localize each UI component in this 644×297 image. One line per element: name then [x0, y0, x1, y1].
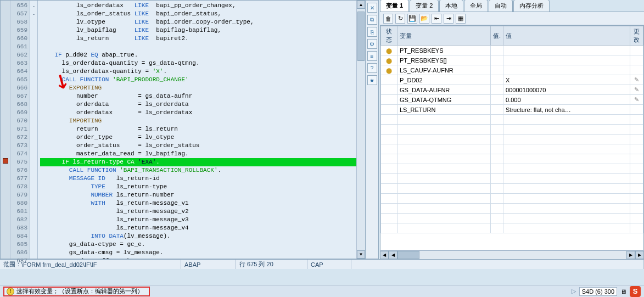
code-line[interactable]: NUMBER ls_return-number: [40, 191, 356, 199]
code-line[interactable]: lv_otype LIKE bapi_order_copy-order_type…: [40, 18, 356, 26]
h-scroll-track[interactable]: [397, 251, 626, 259]
nav-prev-icon[interactable]: ⇤: [432, 14, 441, 24]
split-icon[interactable]: ⎘: [367, 27, 377, 37]
variable-name[interactable]: PT_RESBKEYS[]: [397, 55, 491, 65]
code-line[interactable]: ls_return-message_v4: [40, 224, 356, 232]
variable-tab[interactable]: 变量 1: [380, 0, 409, 12]
edit-icon[interactable]: ✎: [634, 96, 639, 103]
code-line[interactable]: IF p_dd02 EQ abap_true.: [40, 51, 356, 59]
scroll-thumb[interactable]: [357, 12, 365, 61]
code-line[interactable]: orderdatax = ls_orderdatax: [40, 109, 356, 117]
save-icon[interactable]: 💾: [407, 14, 417, 24]
variable-name[interactable]: GS_DATA-AUFNR: [397, 85, 491, 95]
variable-name[interactable]: GS_DATA-QTMNG: [397, 95, 491, 105]
variable-value[interactable]: [503, 55, 630, 65]
code-line[interactable]: CALL FUNCTION 'BAPI_TRANSACTION_ROLLBACK…: [40, 166, 356, 175]
variable-row[interactable]: GS_DATA-QTMNG0.000✎: [381, 95, 643, 105]
close-icon[interactable]: ✕: [367, 3, 377, 13]
variable-name[interactable]: LS_CAUFV-AUFNR: [397, 65, 491, 75]
variable-row[interactable]: LS_RETURNStructure: flat, not cha…: [381, 105, 643, 115]
list-icon[interactable]: ≡: [367, 51, 377, 61]
nav-triangle-icon[interactable]: ▷: [572, 288, 576, 295]
code-line[interactable]: EXPORTING: [40, 84, 356, 92]
h-scroll-right[interactable]: ▶: [626, 251, 635, 259]
fold-gutter[interactable]: --: [30, 1, 38, 259]
delete-icon[interactable]: 🗑: [383, 14, 393, 24]
settings-icon[interactable]: ⚙: [367, 39, 377, 49]
h-scroll-thumb[interactable]: [397, 251, 419, 259]
open-icon[interactable]: 📂: [419, 14, 429, 24]
variable-tab[interactable]: 内存分析: [513, 0, 550, 12]
code-line[interactable]: gs_data-sffc = abap_true.: [40, 257, 356, 259]
code-line[interactable]: gs_data-ctype = gc_e.: [40, 240, 356, 249]
code-line[interactable]: TYPE ls_return-type: [40, 183, 356, 191]
h-scroll-left[interactable]: ◀: [380, 251, 389, 259]
code-line[interactable]: master_data_read = lv_bapiflag.: [40, 150, 356, 158]
variable-value[interactable]: [503, 65, 630, 75]
variable-row[interactable]: ⬤LS_CAUFV-AUFNR: [381, 65, 643, 75]
code-line[interactable]: ls_return-message_v2: [40, 208, 356, 216]
help-icon[interactable]: ?: [367, 63, 377, 73]
code-area[interactable]: ↘ ls_orderdatax LIKE bapi_pp_order_chang…: [38, 1, 356, 259]
variable-value[interactable]: 0.000: [503, 95, 630, 105]
code-line[interactable]: return = ls_return: [40, 125, 356, 133]
variable-name[interactable]: PT_RESBKEYS: [397, 46, 491, 55]
edit-icon[interactable]: ✎: [634, 76, 639, 83]
col-header-status[interactable]: 状态: [381, 26, 397, 46]
editor-vertical-scrollbar[interactable]: ▲ ▼: [356, 1, 365, 259]
col-header-value[interactable]: 值: [503, 26, 630, 46]
code-line[interactable]: [40, 43, 356, 51]
code-line[interactable]: WITH ls_return-message_v1: [40, 199, 356, 208]
code-line[interactable]: ls_orderdatax-quantity = 'X'.: [40, 68, 356, 76]
code-line[interactable]: orderdata = ls_orderdata: [40, 100, 356, 109]
table-icon[interactable]: ▦: [456, 14, 466, 24]
code-line[interactable]: order_type = lv_otype: [40, 133, 356, 142]
code-line[interactable]: ls_orderdata-quantity = gs_data-qtmng.: [40, 59, 356, 68]
variable-value[interactable]: X: [503, 75, 630, 85]
nav-next-icon[interactable]: ⇥: [444, 14, 453, 24]
edit-icon[interactable]: ✎: [634, 86, 639, 93]
variable-value[interactable]: [503, 46, 630, 55]
variable-tab[interactable]: 本地: [439, 0, 463, 12]
code-line[interactable]: order_status = ls_order_status: [40, 142, 356, 150]
code-line[interactable]: CALL FUNCTION 'BAPI_PRODORD_CHANGE': [40, 76, 356, 84]
code-line[interactable]: IMPORTING: [40, 117, 356, 125]
code-line[interactable]: ls_return-message_v3: [40, 216, 356, 224]
variable-tab[interactable]: 变量 2: [410, 0, 439, 12]
variable-name[interactable]: P_DD02: [397, 75, 491, 85]
scroll-down-button[interactable]: ▼: [357, 250, 365, 259]
breakpoint-gutter[interactable]: [1, 1, 10, 259]
scroll-up-button[interactable]: ▲: [357, 1, 365, 9]
variable-value[interactable]: 000001000070: [503, 85, 630, 95]
scope-value: \FORM frm_deal_dd02\IF\IF: [21, 261, 97, 268]
variable-h-scrollbar[interactable]: ◀ ◀ ▶ ▶: [380, 250, 644, 259]
variable-row[interactable]: ⬤PT_RESBKEYS[]: [381, 55, 643, 65]
variable-tab[interactable]: 自动: [489, 0, 513, 12]
variable-name[interactable]: LS_RETURN: [397, 105, 491, 115]
copy-icon[interactable]: ⧉: [367, 15, 377, 25]
warning-icon: !: [7, 288, 14, 295]
refresh-icon[interactable]: ↻: [395, 14, 405, 24]
h-scroll-right2[interactable]: ▶: [635, 251, 644, 259]
code-line[interactable]: IF ls_return-type CA 'EXA'.: [40, 158, 356, 166]
code-line[interactable]: lv_bapiflag LIKE bapiflag-bapiflag,: [40, 26, 356, 35]
code-line[interactable]: gs_data-cmsg = lv_message.: [40, 249, 356, 257]
variable-row[interactable]: GS_DATA-AUFNR000001000070✎: [381, 85, 643, 95]
code-line[interactable]: ls_orderdatax LIKE bapi_pp_order_changex…: [40, 2, 356, 10]
ime-icon[interactable]: S: [630, 286, 641, 297]
col-header-value-icon[interactable]: 值.: [491, 26, 503, 46]
code-line[interactable]: INTO DATA(lv_message).: [40, 232, 356, 240]
bookmark-icon[interactable]: ★: [367, 75, 377, 85]
variable-row[interactable]: P_DD02X✎: [381, 75, 643, 85]
variable-value[interactable]: Structure: flat, not cha…: [503, 105, 630, 115]
col-header-edit[interactable]: 更改: [630, 26, 643, 46]
h-scroll-left2[interactable]: ◀: [389, 251, 397, 259]
code-line[interactable]: ls_return LIKE bapiret2.: [40, 35, 356, 43]
variable-row[interactable]: ⬤PT_RESBKEYS: [381, 46, 643, 55]
code-line[interactable]: number = gs_data-aufnr: [40, 92, 356, 100]
code-line[interactable]: MESSAGE ID ls_return-id: [40, 175, 356, 183]
variable-tab[interactable]: 全局: [464, 0, 488, 12]
code-line[interactable]: ls_order_status LIKE bapi_order_status,: [40, 10, 356, 18]
col-header-variable[interactable]: 变量: [397, 26, 491, 46]
warning-message-box: ! 选择有效变量；（设置断点：编辑器的第一列）: [3, 287, 150, 296]
